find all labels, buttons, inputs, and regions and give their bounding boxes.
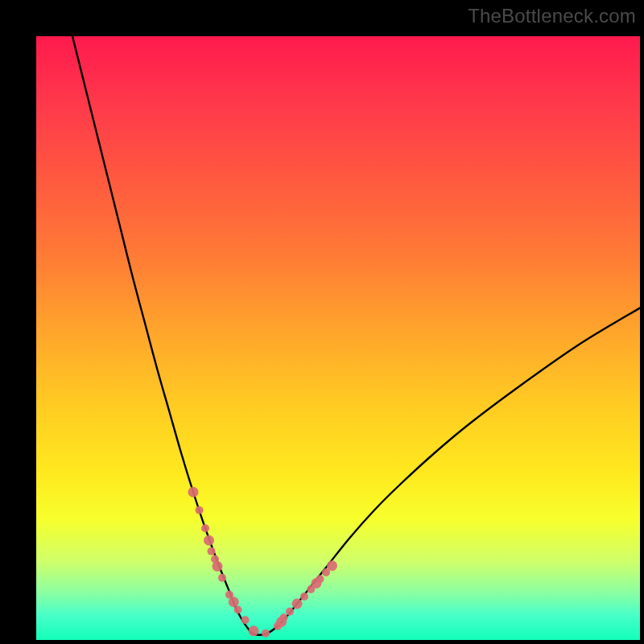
chart-svg <box>36 36 640 640</box>
marker-dot <box>262 630 270 638</box>
marker-dot <box>218 574 226 582</box>
marker-dot <box>229 597 239 607</box>
marker-dot <box>242 616 250 624</box>
marker-dot <box>292 599 303 609</box>
marker-dot <box>204 535 214 546</box>
marker-dot <box>201 524 209 532</box>
marker-dot <box>249 625 259 636</box>
marker-dot <box>327 560 337 571</box>
marker-dot <box>316 575 324 583</box>
marker-dot <box>213 561 223 572</box>
highlight-markers <box>188 487 338 638</box>
watermark-text: TheBottleneck.com <box>468 5 636 27</box>
outer-frame: TheBottleneck.com <box>0 0 644 644</box>
bottleneck-curve <box>72 36 640 635</box>
marker-dot <box>208 547 216 555</box>
marker-dot <box>280 613 288 621</box>
marker-dot <box>188 487 199 497</box>
marker-dot <box>286 608 294 616</box>
plot-area <box>36 36 640 640</box>
marker-dot <box>234 606 242 614</box>
marker-dot <box>300 592 308 601</box>
marker-dot <box>196 506 204 514</box>
